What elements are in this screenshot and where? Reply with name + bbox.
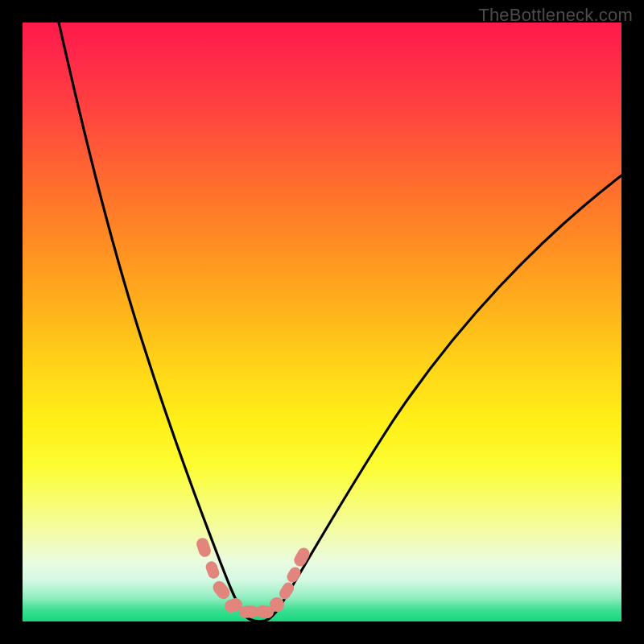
plot-area	[23, 23, 621, 621]
marker-layer	[23, 23, 621, 621]
marker-dot	[195, 536, 213, 558]
marker-dot	[210, 579, 232, 602]
marker-dot	[204, 559, 221, 580]
marker-dot	[292, 546, 312, 568]
watermark-text: TheBottleneck.com	[478, 5, 633, 26]
